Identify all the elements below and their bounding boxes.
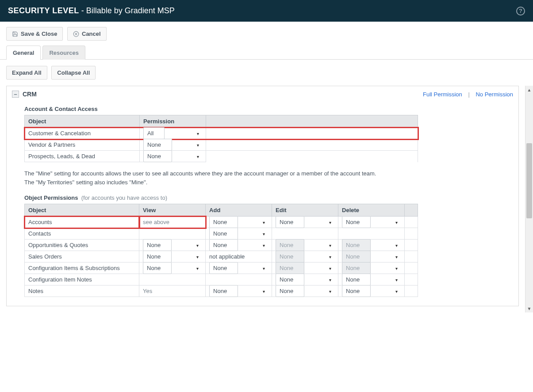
- permission-select[interactable]: None: [143, 139, 172, 151]
- cell-select: None▾: [206, 217, 272, 228]
- cell-object: Notes: [25, 285, 139, 297]
- cell-select: None▾: [206, 240, 272, 251]
- vertical-scrollbar[interactable]: ▲ ▼: [525, 86, 533, 312]
- cell-select: None▾: [338, 240, 405, 251]
- cell-select: None▾: [338, 263, 405, 274]
- no-permission-link[interactable]: No Permission: [475, 91, 513, 98]
- cell-object: Accounts: [25, 217, 139, 228]
- scroll-up-icon[interactable]: ▲: [525, 86, 533, 94]
- chevron-down-icon: ▾: [329, 220, 331, 225]
- permission-quick-links: Full Permission | No Permission: [423, 91, 513, 98]
- object-permissions-subtitle: (for accounts you have access to): [81, 194, 167, 201]
- cell-select: None▾: [139, 263, 206, 274]
- permission-select[interactable]: None: [209, 262, 238, 274]
- permission-select: None: [342, 239, 371, 251]
- cell-select: None▾: [272, 251, 338, 263]
- cell-empty: [338, 228, 405, 240]
- cell-view-text: Yes: [139, 285, 206, 297]
- cell-spacer: [405, 251, 418, 263]
- col-object: Object: [25, 115, 140, 128]
- scroll-thumb[interactable]: [526, 143, 532, 218]
- full-permission-link[interactable]: Full Permission: [423, 91, 462, 98]
- cell-select: None▾: [338, 285, 405, 297]
- permission-select: None: [276, 262, 304, 274]
- tab-general[interactable]: General: [6, 46, 41, 60]
- cell-select: None▾: [206, 263, 272, 274]
- object-permissions-title: Object Permissions: [24, 194, 78, 201]
- cell-permission: None ▾: [140, 139, 206, 151]
- permission-select[interactable]: None: [143, 262, 172, 274]
- col-delete: Delete: [338, 204, 405, 217]
- save-close-label: Save & Close: [21, 30, 57, 37]
- permission-select[interactable]: None: [209, 228, 238, 240]
- permission-select[interactable]: None: [276, 274, 304, 285]
- scroll-down-icon[interactable]: ▼: [525, 304, 533, 312]
- table-row: Vendor & Partners None ▾: [25, 139, 418, 151]
- chevron-down-icon: ▾: [197, 154, 199, 159]
- cell-spacer: [206, 139, 418, 151]
- chevron-down-icon: ▾: [196, 266, 199, 270]
- chevron-down-icon: ▾: [263, 220, 265, 225]
- cell-select: None▾: [272, 240, 338, 251]
- table-row: Configuration Item NotesNone▾None▾: [25, 274, 418, 285]
- cell-object: Configuration Items & Subscriptions: [25, 263, 139, 274]
- cancel-button[interactable]: Cancel: [67, 27, 107, 41]
- permission-select[interactable]: None: [276, 216, 304, 228]
- save-close-button[interactable]: Save & Close: [6, 27, 63, 41]
- account-access-heading: Account & Contact Access: [24, 106, 513, 112]
- permission-select[interactable]: None: [143, 150, 172, 162]
- section-title-crm: CRM: [23, 91, 37, 98]
- table-row: Opportunities & QuotesNone▾None▾None▾Non…: [25, 240, 418, 251]
- col-edit: Edit: [272, 204, 338, 217]
- collapse-all-button[interactable]: Collapse All: [51, 66, 96, 80]
- permission-select[interactable]: None: [209, 285, 238, 297]
- chevron-down-icon: ▾: [395, 266, 398, 270]
- permission-select[interactable]: None: [209, 239, 238, 251]
- help-icon[interactable]: ?: [516, 7, 525, 15]
- permission-select[interactable]: None: [342, 274, 371, 285]
- cell-select: None▾: [139, 251, 206, 263]
- object-permissions-table: Object View Add Edit Delete Accountssee …: [24, 204, 418, 297]
- expand-all-button[interactable]: Expand All: [6, 66, 47, 80]
- cell-object: Prospects, Leads, & Dead: [25, 151, 140, 162]
- collapse-toggle-icon[interactable]: −: [12, 91, 19, 98]
- cell-view-text: [139, 274, 206, 285]
- cell-empty: [206, 274, 272, 285]
- page-title-strong: SECURITY LEVEL: [8, 6, 79, 15]
- permission-select[interactable]: None: [209, 216, 238, 228]
- chevron-down-icon: ▾: [263, 243, 265, 247]
- permission-select[interactable]: None: [143, 251, 172, 263]
- section-header-crm: − CRM Full Permission | No Permission: [12, 91, 513, 98]
- permission-select: None: [276, 239, 304, 251]
- cell-select: None▾: [272, 274, 338, 285]
- cell-permission: All ▾: [140, 128, 206, 139]
- permission-select[interactable]: All: [143, 127, 165, 139]
- access-note: The "Mine" setting for accounts allows t…: [24, 169, 418, 186]
- tab-resources[interactable]: Resources: [42, 46, 85, 60]
- col-spacer: [405, 204, 418, 217]
- col-view: View: [139, 204, 206, 217]
- col-permission: Permission: [140, 115, 206, 128]
- chevron-down-icon: ▾: [329, 289, 331, 293]
- chevron-down-icon: ▾: [197, 142, 199, 147]
- permission-select[interactable]: None: [143, 239, 172, 251]
- permission-select: None: [276, 251, 304, 263]
- save-icon: [12, 31, 18, 37]
- note-line1: The "Mine" setting for accounts allows t…: [24, 169, 418, 178]
- permission-select[interactable]: None: [342, 216, 371, 228]
- permission-select[interactable]: None: [276, 285, 304, 297]
- table-row: Customer & Cancelation All ▾: [25, 128, 418, 139]
- permission-select[interactable]: None: [342, 285, 371, 297]
- cell-select: None▾: [206, 228, 272, 240]
- col-spacer: [206, 115, 418, 128]
- table-header-row: Object Permission: [25, 115, 418, 128]
- chevron-down-icon: ▾: [329, 243, 331, 247]
- chevron-down-icon: ▾: [196, 254, 199, 259]
- cell-select: None▾: [272, 285, 338, 297]
- chevron-down-icon: ▾: [263, 231, 265, 236]
- chevron-down-icon: ▾: [395, 220, 398, 225]
- table-row: Configuration Items & SubscriptionsNone▾…: [25, 263, 418, 274]
- chevron-down-icon: ▾: [196, 243, 199, 247]
- chevron-down-icon: ▾: [395, 289, 398, 293]
- cell-spacer: [405, 274, 418, 285]
